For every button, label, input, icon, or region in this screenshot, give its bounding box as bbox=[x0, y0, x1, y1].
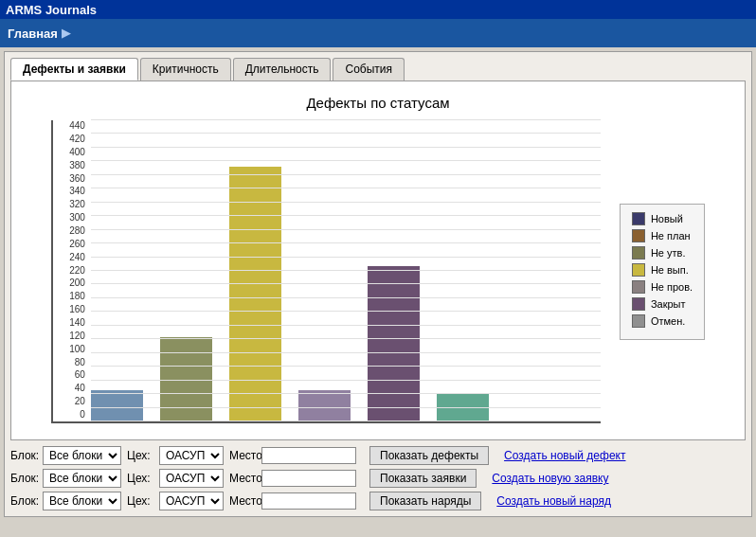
legend-label-2: Не утв. bbox=[651, 247, 686, 259]
y-label-120: 120 bbox=[53, 331, 89, 341]
bar-group-0 bbox=[91, 390, 143, 421]
btn-create-1[interactable]: Создать новую заявку bbox=[492, 472, 608, 485]
legend-item-5: Закрыт bbox=[632, 297, 693, 311]
mesto-input-0[interactable] bbox=[261, 447, 356, 464]
bar-group-5 bbox=[437, 394, 489, 421]
legend-color-3 bbox=[632, 263, 645, 277]
navbar: Главная ▶ bbox=[0, 19, 756, 47]
legend-label-6: Отмен. bbox=[651, 315, 685, 327]
topbar: ARMS Journals bbox=[0, 0, 756, 19]
cex-select-0[interactable]: ОАСУП bbox=[159, 446, 224, 465]
legend-color-5 bbox=[632, 297, 645, 311]
bar-3 bbox=[298, 390, 351, 421]
cex-select-2[interactable]: ОАСУП bbox=[159, 492, 224, 510]
control-row-2: Блок: Все блоки Цех: ОАСУП Место: Показа… bbox=[10, 492, 746, 510]
legend-label-1: Не план bbox=[651, 230, 691, 242]
y-label-400: 400 bbox=[53, 147, 89, 157]
legend-item-4: Не пров. bbox=[632, 280, 693, 294]
control-row-0: Блок: Все блоки Цех: ОАСУП Место: Показа… bbox=[10, 446, 746, 465]
bar-0 bbox=[91, 390, 143, 421]
y-label-40: 40 bbox=[53, 383, 89, 393]
y-label-340: 340 bbox=[53, 186, 89, 196]
topbar-title: ARMS Journals bbox=[6, 3, 97, 17]
nav-home-label: Главная bbox=[8, 27, 58, 41]
y-label-200: 200 bbox=[53, 277, 89, 288]
grid-line-21 bbox=[91, 133, 601, 134]
y-label-140: 140 bbox=[53, 317, 89, 328]
nav-home[interactable]: Главная ▶ bbox=[8, 27, 70, 41]
legend-item-0: Новый bbox=[632, 212, 693, 225]
grid-line-22 bbox=[91, 119, 601, 120]
legend-item-2: Не утв. bbox=[632, 246, 693, 260]
y-label-0: 0 bbox=[53, 409, 89, 420]
btn-create-0[interactable]: Создать новый дефект bbox=[504, 449, 625, 462]
bar-group-2 bbox=[229, 167, 281, 421]
y-label-160: 160 bbox=[53, 304, 89, 314]
legend-item-3: Не вып. bbox=[632, 263, 693, 277]
block-label-1: Блок: bbox=[10, 472, 37, 485]
control-row-1: Блок: Все блоки Цех: ОАСУП Место: Показа… bbox=[10, 469, 746, 488]
y-label-180: 180 bbox=[53, 291, 89, 301]
bar-group-4 bbox=[368, 266, 420, 421]
y-label-320: 320 bbox=[53, 199, 89, 209]
y-label-20: 20 bbox=[53, 396, 89, 406]
btn-show-2[interactable]: Показать наряды bbox=[369, 492, 481, 510]
tab-defects[interactable]: Дефекты и заявки bbox=[10, 58, 138, 81]
tab-events[interactable]: События bbox=[333, 58, 405, 81]
main-content: Дефекты и заявки Критичность Длительност… bbox=[4, 51, 752, 517]
block-select-1[interactable]: Все блоки bbox=[43, 469, 121, 488]
chart-legend: НовыйНе планНе утв.Не вып.Не пров.Закрыт… bbox=[620, 204, 705, 340]
bar-2 bbox=[229, 167, 281, 421]
block-select-2[interactable]: Все блоки bbox=[43, 492, 121, 510]
y-label-440: 440 bbox=[53, 120, 89, 131]
mesto-label-1: Место: bbox=[229, 472, 256, 485]
y-label-240: 240 bbox=[53, 252, 89, 262]
tab-duration[interactable]: Длительность bbox=[233, 58, 332, 81]
tab-content: Дефекты по статусам 0 20 40 60 80 100 12… bbox=[10, 81, 746, 440]
legend-color-4 bbox=[632, 280, 645, 294]
block-label-0: Блок: bbox=[10, 449, 37, 462]
bar-group-3 bbox=[298, 390, 351, 421]
y-label-420: 420 bbox=[53, 134, 89, 144]
legend-label-4: Не пров. bbox=[651, 281, 693, 293]
y-label-100: 100 bbox=[53, 344, 89, 354]
y-label-280: 280 bbox=[53, 225, 89, 236]
legend-label-0: Новый bbox=[651, 213, 683, 224]
tab-criticality[interactable]: Критичность bbox=[140, 58, 231, 81]
y-label-360: 360 bbox=[53, 173, 89, 184]
cex-label-2: Цех: bbox=[127, 494, 153, 508]
legend-item-6: Отмен. bbox=[632, 314, 693, 328]
mesto-label-2: Место: bbox=[229, 494, 256, 508]
y-label-380: 380 bbox=[53, 160, 89, 170]
y-label-260: 260 bbox=[53, 239, 89, 249]
chart-area: 0 20 40 60 80 100 120 140 160 180 200 22… bbox=[21, 120, 735, 423]
chart-container: 0 20 40 60 80 100 120 140 160 180 200 22… bbox=[51, 120, 601, 423]
btn-show-0[interactable]: Показать дефекты bbox=[369, 446, 489, 465]
block-label-2: Блок: bbox=[10, 494, 37, 508]
legend-label-3: Не вып. bbox=[651, 264, 689, 276]
cex-label-1: Цех: bbox=[127, 472, 153, 485]
bar-4 bbox=[368, 266, 420, 421]
tab-bar: Дефекты и заявки Критичность Длительност… bbox=[10, 58, 746, 81]
cex-label-0: Цех: bbox=[127, 449, 153, 462]
bar-1 bbox=[160, 337, 212, 421]
y-label-60: 60 bbox=[53, 369, 89, 380]
mesto-input-2[interactable] bbox=[261, 492, 356, 510]
legend-item-1: Не план bbox=[632, 229, 693, 242]
y-label-220: 220 bbox=[53, 265, 89, 276]
mesto-label-0: Место: bbox=[229, 449, 256, 462]
bar-group-1 bbox=[160, 337, 212, 421]
bar-5 bbox=[437, 394, 489, 421]
mesto-input-1[interactable] bbox=[261, 470, 356, 487]
bars-area bbox=[91, 137, 601, 421]
block-select-0[interactable]: Все блоки bbox=[43, 446, 121, 465]
y-label-80: 80 bbox=[53, 357, 89, 367]
nav-arrow-icon: ▶ bbox=[62, 27, 70, 40]
y-label-300: 300 bbox=[53, 212, 89, 223]
btn-show-1[interactable]: Показать заявки bbox=[369, 469, 477, 488]
legend-color-2 bbox=[632, 246, 645, 260]
bottom-controls: Блок: Все блоки Цех: ОАСУП Место: Показа… bbox=[10, 446, 746, 510]
cex-select-1[interactable]: ОАСУП bbox=[159, 469, 224, 488]
chart-title: Дефекты по статусам bbox=[21, 95, 735, 111]
btn-create-2[interactable]: Создать новый наряд bbox=[496, 494, 611, 508]
